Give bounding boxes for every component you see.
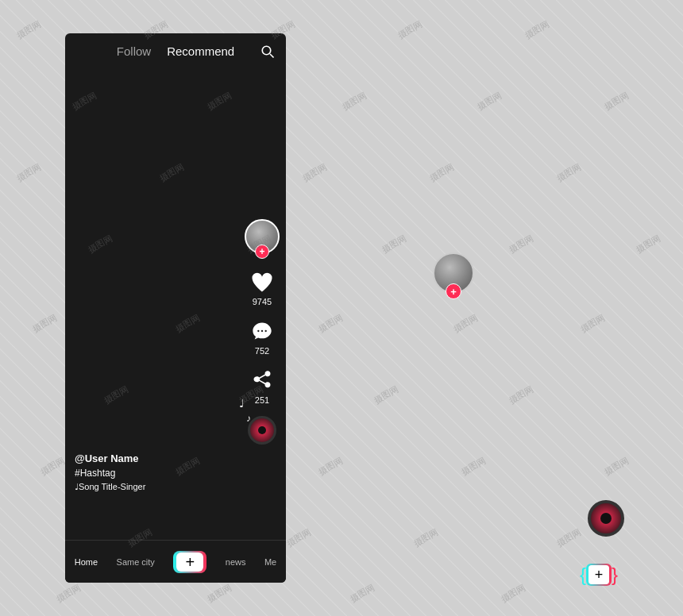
right-bracket-icon: } (612, 565, 618, 584)
nav-me[interactable]: Me (264, 557, 276, 567)
song-info: ♩Song Title-Singer (75, 482, 238, 492)
right-sidebar: + 9745 (245, 219, 280, 445)
username: @User Name (75, 452, 238, 464)
news-label: news (226, 557, 246, 567)
share-block[interactable]: 251 (249, 367, 276, 405)
music-note2-icon: ♪ (246, 413, 251, 424)
nav-news[interactable]: news (226, 557, 246, 567)
tab-follow[interactable]: Follow (117, 44, 151, 58)
video-info: @User Name #Hashtag ♩Song Title-Singer (75, 452, 238, 492)
music-disc-center (258, 426, 266, 434)
share-icon (249, 367, 276, 394)
follow-plus-icon[interactable]: + (255, 244, 269, 259)
bottom-nav: Home Same city + news Me (65, 540, 286, 583)
float-avatar-plus: + (446, 283, 461, 299)
like-block[interactable]: 9745 (249, 268, 276, 306)
share-count: 251 (255, 395, 269, 405)
float-disc (588, 500, 624, 537)
float-disc-center (600, 513, 612, 524)
same-city-label: Same city (117, 557, 155, 567)
phone-frame: Follow Recommend + (65, 33, 286, 583)
tab-recommend[interactable]: Recommend (167, 44, 234, 58)
phone-header: Follow Recommend (65, 33, 286, 66)
search-icon[interactable] (260, 44, 275, 63)
me-label: Me (264, 557, 276, 567)
float-plus-bracket[interactable]: { + } (580, 564, 618, 586)
svg-point-3 (261, 330, 263, 332)
hashtag: #Hashtag (75, 468, 238, 479)
svg-point-0 (262, 46, 271, 55)
avatar-container[interactable]: + (245, 219, 280, 254)
comment-count: 752 (255, 346, 269, 356)
video-area: + 9745 (65, 66, 286, 540)
svg-point-2 (257, 330, 259, 332)
music-disc (248, 416, 276, 445)
bracket-plus-button[interactable]: + (586, 564, 612, 586)
home-label: Home (75, 557, 98, 567)
bracket-plus-icon: + (595, 568, 604, 582)
nav-plus-button[interactable]: + (173, 551, 206, 573)
comment-icon (249, 318, 276, 345)
svg-line-1 (270, 54, 274, 58)
heart-icon (249, 268, 276, 295)
nav-home[interactable]: Home (75, 557, 98, 567)
float-avatar[interactable]: + (433, 252, 474, 294)
nav-same-city[interactable]: Same city (117, 557, 155, 567)
music-note-icon: ♩ (239, 397, 245, 410)
like-count: 9745 (253, 297, 272, 306)
svg-point-4 (265, 330, 267, 332)
plus-icon: + (185, 554, 195, 570)
left-bracket-icon: { (580, 565, 586, 584)
comment-block[interactable]: 752 (249, 318, 276, 356)
